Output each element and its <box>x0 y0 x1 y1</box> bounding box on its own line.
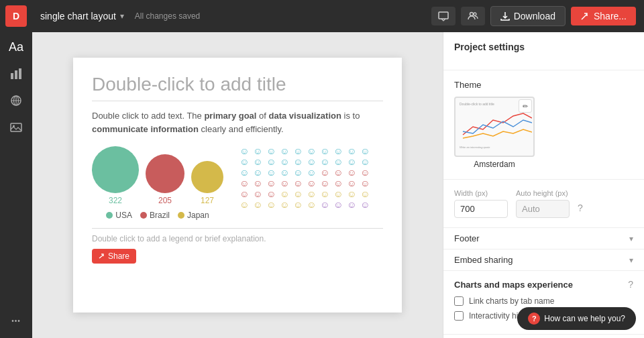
typography-icon: Aa <box>9 40 23 54</box>
bubble-usa-value: 322 <box>109 196 122 205</box>
legend-row: USA Brazil Japan <box>106 211 209 220</box>
person-icon: ☺ <box>266 168 278 177</box>
person-icon: ☺ <box>293 178 305 188</box>
person-icon: ☺ <box>293 168 305 177</box>
title-chevron-icon[interactable]: ▾ <box>120 11 124 21</box>
interactivity-hints-checkbox[interactable] <box>454 311 464 321</box>
more-icon: ••• <box>11 317 21 325</box>
mini-chart-svg <box>460 108 532 142</box>
person-icon: ☺ <box>280 200 292 209</box>
help-bubble[interactable]: ? How can we help you? <box>517 307 636 330</box>
canvas-footer-text: Double click to add a legend or brief ex… <box>92 234 266 243</box>
data-icon <box>10 95 22 107</box>
svg-rect-0 <box>11 73 13 79</box>
share-button[interactable]: Share... <box>571 7 636 25</box>
canvas[interactable]: Double-click to add title Double click t… <box>73 58 402 313</box>
person-icon: ☺ <box>266 200 278 209</box>
bubble-japan: 127 <box>191 161 223 205</box>
theme-label: Theme <box>454 80 633 90</box>
person-icon: ☺ <box>266 189 278 199</box>
charts-maps-help-icon[interactable]: ? <box>628 279 633 290</box>
footer-row[interactable]: Footer ▾ <box>443 228 644 249</box>
person-icon: ☺ <box>307 178 319 188</box>
canvas-share-label: Share <box>108 251 129 261</box>
share-label: Share... <box>594 11 627 21</box>
svg-rect-2 <box>19 68 21 79</box>
person-icon: ☺ <box>266 146 278 156</box>
person-icon: ☺ <box>239 157 252 166</box>
person-icon: ☺ <box>253 189 265 199</box>
person-icon: ☺ <box>293 146 305 156</box>
main-canvas-area: Double-click to add title Double click t… <box>32 32 443 338</box>
sidebar-item-data[interactable] <box>4 89 28 113</box>
dimensions-row: Width (px) Auto height (px) Auto ? <box>454 189 633 218</box>
height-auto-display: Auto <box>516 200 570 218</box>
download-label: Download <box>514 11 555 21</box>
sidebar-item-images[interactable] <box>4 115 28 139</box>
legend-usa: USA <box>106 211 132 220</box>
legend-brazil: Brazil <box>140 211 170 220</box>
footer-chevron-icon: ▾ <box>629 234 633 243</box>
presentation-button[interactable] <box>431 7 455 25</box>
theme-preview-quote: Write an interesting quote <box>460 146 529 149</box>
svg-point-9 <box>474 13 476 15</box>
person-icon: ☺ <box>320 168 332 177</box>
theme-section: Theme Double-click to add title Write an… <box>443 70 644 180</box>
legend-brazil-label: Brazil <box>150 211 170 220</box>
person-icon: ☺ <box>333 168 345 177</box>
person-icon: ☺ <box>360 168 372 177</box>
height-field: Auto height (px) Auto <box>516 189 570 218</box>
sidebar-item-more[interactable]: ••• <box>4 308 28 333</box>
width-input[interactable] <box>454 200 508 218</box>
width-field: Width (px) <box>454 189 508 218</box>
link-charts-label: Link charts by tab name <box>469 296 554 306</box>
person-icon: ☺ <box>253 168 265 177</box>
person-icon: ☺ <box>333 200 345 209</box>
canvas-title[interactable]: Double-click to add title <box>92 74 383 101</box>
share-icon <box>580 11 590 21</box>
person-icon: ☺ <box>253 200 265 209</box>
person-icon: ☺ <box>320 178 332 188</box>
share-users-button[interactable] <box>461 7 485 25</box>
person-icon: ☺ <box>307 146 319 156</box>
person-icon: ☺ <box>280 178 292 188</box>
chart-area: 322 205 127 USA <box>92 146 383 220</box>
person-icon: ☺ <box>347 200 359 209</box>
person-icon: ☺ <box>266 178 278 188</box>
canvas-share-button[interactable]: Share <box>92 249 136 264</box>
person-icon: ☺ <box>253 178 265 188</box>
width-label: Width (px) <box>454 189 508 197</box>
canvas-footer: Double click to add a legend or brief ex… <box>92 228 383 243</box>
embed-sharing-label: Embed sharing <box>454 255 513 265</box>
app-logo[interactable]: D <box>5 5 27 27</box>
legend-dot-yellow <box>178 212 184 219</box>
sidebar-item-charts[interactable] <box>4 62 28 86</box>
person-icon: ☺ <box>333 189 345 199</box>
person-icon: ☺ <box>293 189 305 199</box>
person-icon: ☺ <box>280 146 292 156</box>
person-icon: ☺ <box>347 168 359 177</box>
download-button[interactable]: Download <box>490 6 566 26</box>
person-icon: ☺ <box>253 157 265 166</box>
sidebar-item-typography[interactable]: Aa <box>4 35 28 59</box>
link-charts-checkbox[interactable] <box>454 296 464 306</box>
link-charts-checkbox-item: Link charts by tab name <box>454 296 633 306</box>
charts-maps-title: Charts and maps experience <box>454 280 573 290</box>
bubble-chart[interactable]: 322 205 127 USA <box>92 146 223 220</box>
share-small-icon <box>99 253 105 260</box>
project-settings-title: Project settings <box>454 42 633 52</box>
person-icon: ☺ <box>307 168 319 177</box>
right-panel: Project settings Theme Double-click to a… <box>443 32 644 338</box>
project-settings-section: Project settings <box>443 32 644 70</box>
dimensions-help-icon[interactable]: ? <box>578 203 583 213</box>
images-icon <box>10 121 22 133</box>
embed-sharing-row[interactable]: Embed sharing ▾ <box>443 249 644 271</box>
canvas-subtitle: Double click to add text. The primary go… <box>92 109 383 135</box>
person-icon: ☺ <box>333 178 345 188</box>
person-icon: ☺ <box>360 200 372 209</box>
dimensions-section: Width (px) Auto height (px) Auto ? <box>443 180 644 228</box>
svg-rect-1 <box>15 70 17 79</box>
bubbles-row: 322 205 127 <box>92 146 223 205</box>
theme-edit-button[interactable]: ✏ <box>519 99 532 113</box>
person-icon: ☺ <box>347 146 359 156</box>
